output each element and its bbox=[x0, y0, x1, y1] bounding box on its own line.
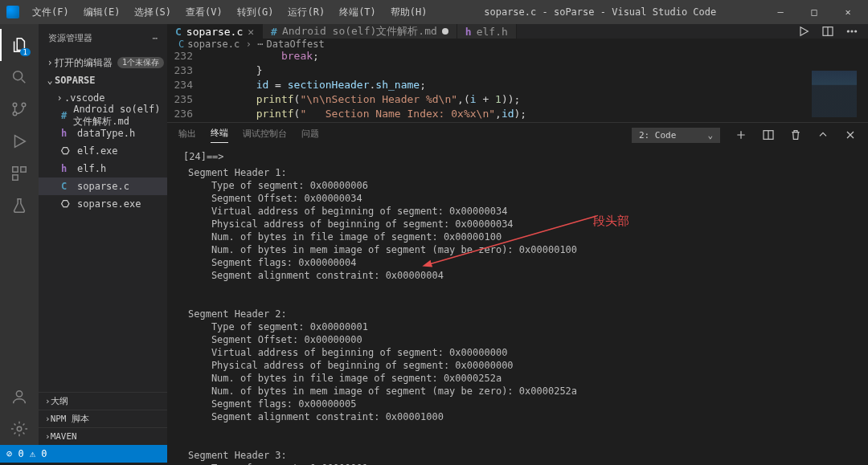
svg-point-0 bbox=[14, 71, 23, 80]
activity-account[interactable] bbox=[0, 381, 39, 413]
activity-search[interactable] bbox=[0, 61, 39, 93]
breadcrumb[interactable]: C soparse.c › ⋯ DataOffest bbox=[167, 39, 868, 50]
menu-bar: 文件(F) 编辑(E) 选择(S) 查看(V) 转到(G) 运行(R) 终端(T… bbox=[26, 2, 434, 22]
window-minimize-button[interactable]: — bbox=[767, 6, 794, 18]
file-label: dataType.h bbox=[77, 128, 135, 139]
code-line: printf(" Section Name Index: 0x%x\n",id)… bbox=[206, 108, 526, 122]
svg-rect-6 bbox=[13, 175, 18, 180]
account-icon bbox=[10, 388, 28, 406]
editor-area: Csoparse.c✕#Android so(elf)文件解析.mdhelf.h… bbox=[167, 24, 868, 445]
activity-explorer[interactable]: 1 bbox=[0, 29, 39, 61]
status-errors[interactable]: ⊘ 0 ⚠ 0 bbox=[0, 448, 54, 459]
panel-tab-problems[interactable]: 问题 bbox=[301, 128, 319, 143]
window-controls: — □ ✕ bbox=[767, 6, 862, 18]
activity-bar: 1 bbox=[0, 24, 39, 445]
editor-tab[interactable]: #Android so(elf)文件解析.md bbox=[263, 24, 457, 39]
editor-tabs: Csoparse.c✕#Android so(elf)文件解析.mdhelf.h bbox=[167, 24, 868, 39]
new-terminal-icon[interactable] bbox=[735, 128, 747, 141]
panel-tab-debug[interactable]: 调试控制台 bbox=[243, 128, 287, 143]
file-label: elf.h bbox=[77, 163, 106, 174]
menu-select[interactable]: 选择(S) bbox=[128, 2, 178, 22]
minimap[interactable] bbox=[812, 71, 857, 117]
more-icon[interactable] bbox=[845, 25, 858, 38]
run-icon bbox=[10, 133, 28, 150]
code-line: id = sectionHeader.sh_name; bbox=[206, 79, 426, 93]
terminal-selector[interactable]: 2: Code ⌄ bbox=[632, 128, 720, 143]
split-editor-icon[interactable] bbox=[821, 25, 834, 38]
search-icon bbox=[10, 68, 28, 86]
svg-rect-5 bbox=[21, 167, 26, 172]
menu-file[interactable]: 文件(F) bbox=[26, 2, 76, 22]
svg-point-8 bbox=[17, 426, 22, 431]
code-line: } bbox=[206, 64, 262, 79]
svg-point-11 bbox=[851, 31, 853, 32]
dirty-dot-icon bbox=[442, 28, 448, 35]
file-item[interactable]: #Android so(elf)文件解析.md bbox=[39, 107, 167, 124]
panel-tab-terminal[interactable]: 终端 bbox=[211, 127, 228, 143]
run-file-icon[interactable] bbox=[797, 25, 810, 38]
outline-section[interactable]: ›大纲 bbox=[39, 392, 167, 410]
close-tab-icon[interactable]: ✕ bbox=[248, 26, 254, 38]
menu-help[interactable]: 帮助(H) bbox=[384, 2, 434, 22]
menu-view[interactable]: 查看(V) bbox=[179, 2, 229, 22]
svg-point-3 bbox=[22, 103, 26, 107]
panel-tab-output[interactable]: 输出 bbox=[178, 128, 196, 143]
file-item[interactable]: ⎔soparse.exe bbox=[39, 195, 167, 213]
code-editor[interactable]: 232 break;233 }234 id = sectionHeader.sh… bbox=[167, 50, 868, 122]
code-line: printf("\n\nSection Header %d\n",(i + 1)… bbox=[206, 93, 520, 108]
open-editors-badge: 1个未保存 bbox=[117, 57, 164, 68]
flask-icon bbox=[10, 197, 28, 214]
file-type-icon: C bbox=[61, 181, 72, 192]
explorer-sidebar: 资源管理器 ⋯ › 打开的编辑器 1个未保存 ⌄ SOPARSE ›.vscod… bbox=[39, 24, 167, 445]
editor-tab[interactable]: Csoparse.c✕ bbox=[167, 24, 263, 39]
bottom-panel: 输出 终端 调试控制台 问题 2: Code ⌄ [24]==> Segment… bbox=[167, 122, 868, 465]
file-type-icon: ⎔ bbox=[61, 145, 72, 157]
editor-tab[interactable]: helf.h bbox=[457, 24, 517, 39]
file-item[interactable]: Csoparse.c bbox=[39, 177, 167, 195]
file-item[interactable]: helf.h bbox=[39, 160, 167, 177]
gear-icon bbox=[10, 420, 28, 438]
branch-icon bbox=[10, 100, 28, 118]
npm-section[interactable]: ›NPM 脚本 bbox=[39, 410, 167, 427]
vscode-icon bbox=[6, 6, 19, 18]
file-item[interactable]: ⎔elf.exe bbox=[39, 142, 167, 160]
extensions-icon bbox=[10, 165, 28, 182]
open-editors-section[interactable]: › 打开的编辑器 1个未保存 bbox=[39, 54, 167, 71]
folder-label: .vscode bbox=[64, 92, 105, 104]
window-maximize-button[interactable]: □ bbox=[800, 6, 828, 18]
line-number: 233 bbox=[167, 64, 206, 79]
close-panel-icon[interactable] bbox=[844, 128, 857, 141]
activity-run[interactable] bbox=[0, 125, 39, 157]
activity-extensions[interactable] bbox=[0, 157, 39, 190]
activity-testing[interactable] bbox=[0, 190, 39, 222]
breadcrumb-symbol-icon: ⋯ bbox=[257, 39, 263, 50]
svg-point-2 bbox=[13, 112, 17, 116]
maximize-panel-icon[interactable] bbox=[817, 128, 829, 141]
menu-run[interactable]: 运行(R) bbox=[281, 2, 331, 22]
split-terminal-icon[interactable] bbox=[762, 128, 775, 141]
explorer-more-icon[interactable]: ⋯ bbox=[152, 33, 158, 43]
tab-label: Android so(elf)文件解析.md bbox=[282, 24, 437, 39]
activity-scm[interactable] bbox=[0, 93, 39, 125]
trash-icon[interactable] bbox=[789, 128, 802, 141]
tab-label: soparse.c bbox=[186, 26, 243, 38]
line-number: 235 bbox=[167, 93, 206, 108]
maven-section[interactable]: ›MAVEN bbox=[39, 427, 167, 445]
explorer-title: 资源管理器 ⋯ bbox=[39, 24, 167, 52]
terminal-output[interactable]: [24]==> Segment Header 1: Type of segmen… bbox=[167, 147, 868, 465]
activity-settings[interactable] bbox=[0, 413, 39, 445]
line-number: 236 bbox=[167, 108, 206, 122]
menu-terminal[interactable]: 终端(T) bbox=[333, 2, 383, 22]
svg-point-12 bbox=[855, 31, 857, 32]
c-file-icon: C bbox=[178, 39, 184, 50]
chevron-down-icon: ⌄ bbox=[45, 75, 55, 86]
window-close-button[interactable]: ✕ bbox=[834, 6, 862, 18]
menu-goto[interactable]: 转到(G) bbox=[231, 2, 280, 22]
breadcrumb-symbol: DataOffest bbox=[267, 39, 325, 50]
file-label: soparse.c bbox=[77, 181, 129, 192]
terminal-selector-label: 2: Code bbox=[639, 130, 676, 141]
menu-edit[interactable]: 编辑(E) bbox=[77, 2, 127, 22]
chevron-right-icon: › bbox=[55, 92, 64, 104]
file-type-icon: C bbox=[175, 26, 182, 38]
folder-root[interactable]: ⌄ SOPARSE bbox=[39, 71, 167, 89]
